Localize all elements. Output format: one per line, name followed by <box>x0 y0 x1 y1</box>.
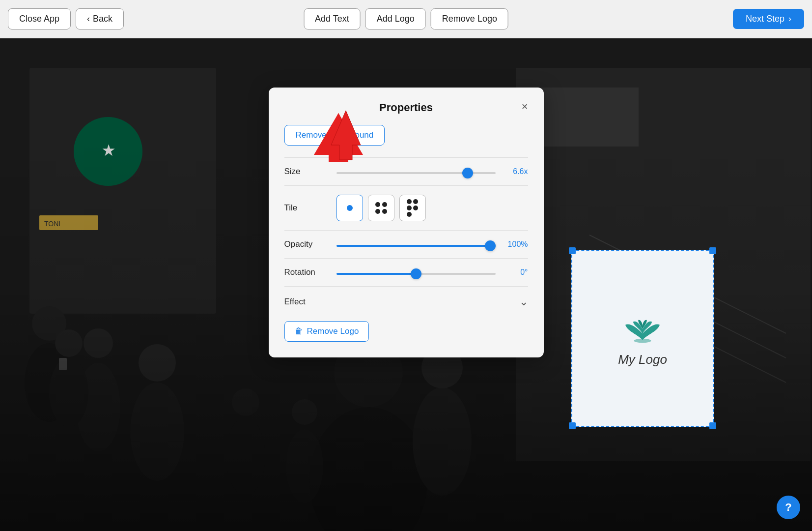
next-step-button[interactable]: Next Step › <box>733 9 804 29</box>
remove-logo-panel-button[interactable]: 🗑 Remove Logo <box>284 321 369 342</box>
rotation-label: Rotation <box>284 267 329 277</box>
red-arrow-icon <box>314 108 378 162</box>
tile-single-dot <box>347 205 353 211</box>
corner-handle-bl[interactable] <box>569 422 576 429</box>
rotation-row: Rotation 0° <box>284 258 528 286</box>
add-logo-button[interactable]: Add Logo <box>365 8 426 30</box>
size-slider-wrap <box>336 167 496 176</box>
size-slider[interactable] <box>336 172 496 174</box>
back-label: Back <box>93 14 112 24</box>
panel-close-button[interactable]: × <box>522 101 528 112</box>
help-button[interactable]: ? <box>777 496 800 519</box>
logo-text: My Logo <box>618 352 667 367</box>
tile-single-button[interactable] <box>336 195 363 221</box>
back-button[interactable]: ‹ Back <box>76 8 124 30</box>
rotation-value: 0° <box>504 268 528 277</box>
help-label: ? <box>785 501 791 514</box>
next-step-label: Next Step <box>746 14 784 24</box>
effect-label: Effect <box>284 297 329 307</box>
logo-overlay-box[interactable]: My Logo <box>571 250 714 427</box>
topbar-right: Next Step › <box>733 9 804 29</box>
corner-handle-tr[interactable] <box>709 247 716 254</box>
tile-row: Tile <box>284 185 528 230</box>
topbar-center: Add Text Add Logo Remove Logo <box>304 8 508 30</box>
next-step-chevron-icon: › <box>788 14 791 24</box>
corner-handle-tl[interactable] <box>569 247 576 254</box>
remove-logo-topbar-button[interactable]: Remove Logo <box>431 8 508 30</box>
opacity-slider-wrap <box>336 240 496 249</box>
properties-panel: Properties × Remove Background Size 6.6x <box>269 88 544 357</box>
rotation-slider-wrap <box>336 268 496 277</box>
topbar: Close App ‹ Back Add Text Add Logo Remov… <box>0 0 812 38</box>
close-app-button[interactable]: Close App <box>8 8 71 30</box>
add-text-button[interactable]: Add Text <box>304 8 361 30</box>
logo-icon <box>620 310 665 344</box>
remove-logo-label: Remove Logo <box>307 326 359 336</box>
tile-5dot-button[interactable] <box>399 195 426 221</box>
effect-dropdown-button[interactable]: ⌄ <box>519 295 528 308</box>
topbar-left: Close App ‹ Back <box>8 8 124 30</box>
tile-5dot-grid <box>407 199 418 217</box>
back-chevron-icon: ‹ <box>87 14 90 24</box>
tile-4dot-grid <box>375 202 387 214</box>
tile-4dot-button[interactable] <box>368 195 394 221</box>
canvas-area: ★ TONI <box>0 38 812 531</box>
corner-handle-br[interactable] <box>709 422 716 429</box>
opacity-label: Opacity <box>284 239 329 249</box>
opacity-row: Opacity 100% <box>284 230 528 258</box>
opacity-slider[interactable] <box>336 245 496 247</box>
panel-title: Properties <box>379 101 433 114</box>
svg-point-29 <box>634 338 651 343</box>
tile-options <box>336 195 426 221</box>
tile-label: Tile <box>284 203 329 213</box>
remove-logo-icon: 🗑 <box>295 326 303 336</box>
size-value: 6.6x <box>504 167 528 176</box>
rotation-slider[interactable] <box>336 273 496 275</box>
opacity-value: 100% <box>504 240 528 249</box>
size-label: Size <box>284 167 329 177</box>
effect-row: Effect ⌄ <box>284 286 528 317</box>
